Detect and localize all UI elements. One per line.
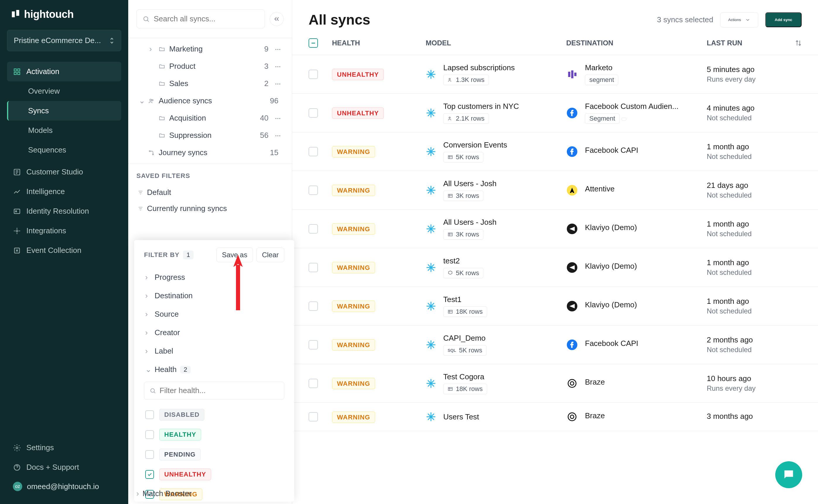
health-search[interactable] (144, 382, 284, 400)
nav-settings[interactable]: Settings (7, 438, 121, 457)
row-checkbox[interactable] (309, 224, 318, 234)
filter-popup: FILTER BY 1 Save as Clear ›Progress›Dest… (134, 240, 294, 502)
more-icon[interactable]: ⋯ (275, 132, 281, 139)
more-icon[interactable]: ⋯ (275, 63, 281, 70)
nav-sequences[interactable]: Sequences (7, 140, 121, 160)
table-row[interactable]: WARNINGTest1 18K rowsKlaviyo (Demo)1 mon… (292, 287, 818, 325)
health-option[interactable]: PENDING (144, 445, 284, 464)
status-badge: WARNING (332, 412, 375, 423)
workspace-selector[interactable]: Pristine eCommerce De... (7, 30, 121, 51)
col-dest[interactable]: DESTINATION (566, 39, 707, 47)
row-checkbox[interactable] (309, 340, 318, 349)
health-option[interactable]: UNHEALTHY (144, 464, 284, 484)
status-badge: WARNING (332, 146, 375, 157)
row-checkbox[interactable] (309, 301, 318, 311)
search-input[interactable] (136, 9, 265, 28)
checkbox[interactable] (145, 430, 154, 439)
filter-group[interactable]: ›Creator (144, 323, 284, 342)
nav-docs[interactable]: Docs + Support (7, 457, 121, 477)
schedule: Not scheduled (707, 191, 802, 199)
nav-customer-studio[interactable]: Customer Studio (7, 162, 121, 182)
grid-icon (13, 68, 21, 76)
chat-fab[interactable] (775, 461, 802, 488)
tree-item[interactable]: Sales2⋯ (136, 75, 284, 92)
save-as-button[interactable]: Save as (216, 248, 253, 262)
row-checkbox[interactable] (309, 186, 318, 195)
user-menu[interactable]: oz omeed@hightouch.io (7, 477, 121, 496)
dest-name: Marketo (585, 63, 618, 72)
checkbox[interactable] (145, 450, 154, 459)
filter-group[interactable]: ›Label (144, 342, 284, 360)
search-field[interactable] (154, 14, 259, 23)
health-option[interactable]: DISABLED (144, 405, 284, 425)
tree-item[interactable]: ›Marketing9⋯ (136, 40, 284, 58)
more-icon[interactable]: ⋯ (275, 115, 281, 122)
table-row[interactable]: WARNINGAll Users - Josh 3K rowsAttentive… (292, 171, 818, 210)
tree-item[interactable]: ⌄Audience syncs96 (136, 92, 284, 109)
row-checkbox[interactable] (309, 263, 318, 272)
svg-rect-4 (14, 72, 16, 75)
last-run: 1 month ago (707, 220, 802, 229)
col-last[interactable]: LAST RUN (707, 39, 802, 47)
nav-identity[interactable]: Identity Resolution (7, 201, 121, 221)
row-checkbox[interactable] (309, 70, 318, 79)
tree-item[interactable]: Acquisition40⋯ (136, 109, 284, 127)
row-checkbox[interactable] (309, 412, 318, 421)
svg-point-11 (16, 447, 18, 449)
nav-models[interactable]: Models (7, 121, 121, 140)
saved-filter-item[interactable]: Currently running syncs (136, 200, 284, 217)
table-row[interactable]: WARNINGUsers TestBraze3 months ago (292, 403, 818, 431)
match-booster-row[interactable]: › Match Booster (128, 485, 292, 502)
filter-group[interactable]: ›Source (144, 305, 284, 323)
table-row[interactable]: WARNINGTest Cogora 18K rowsBraze10 hours… (292, 364, 818, 403)
chevron-down-icon (745, 17, 750, 23)
filter-group[interactable]: ›Destination (144, 287, 284, 305)
col-model[interactable]: MODEL (426, 39, 566, 47)
add-sync-button[interactable]: Add sync (765, 12, 802, 27)
more-icon[interactable]: ⋯ (275, 46, 281, 53)
row-count-tag: 3K rows (443, 229, 483, 240)
health-search-input[interactable] (160, 386, 279, 395)
select-all-checkbox[interactable]: − (309, 38, 318, 48)
nav-overview[interactable]: Overview (7, 81, 121, 101)
collapse-button[interactable] (270, 12, 284, 26)
nav-syncs[interactable]: Syncs (7, 101, 121, 121)
folder-icon (159, 63, 166, 70)
checkbox[interactable] (145, 470, 154, 479)
table-row[interactable]: UNHEALTHYLapsed subscriptions 1.3K rowsM… (292, 55, 818, 94)
row-checkbox[interactable] (309, 147, 318, 156)
chevron-right-icon: › (145, 273, 151, 282)
nav-events[interactable]: Event Collection (7, 241, 121, 260)
col-health[interactable]: HEALTH (332, 39, 426, 47)
tree-item[interactable]: Suppression56⋯ (136, 127, 284, 144)
dest-name: Braze (585, 378, 605, 387)
chart-icon (13, 188, 21, 196)
status-badge: HEALTHY (159, 429, 201, 440)
table-row[interactable]: WARNINGAll Users - Josh 3K rowsKlaviyo (… (292, 210, 818, 248)
checkbox[interactable] (145, 410, 154, 419)
row-checkbox[interactable] (309, 108, 318, 118)
dest-icon (566, 411, 578, 423)
nav-activation[interactable]: Activation (7, 62, 121, 81)
actions-button[interactable]: Actions (720, 12, 758, 28)
status-badge: WARNING (332, 185, 375, 196)
dest-icon (566, 378, 578, 389)
filter-health-group[interactable]: ⌄ Health 2 (144, 360, 284, 379)
clear-button[interactable]: Clear (256, 248, 284, 262)
row-checkbox[interactable] (309, 379, 318, 388)
table-row[interactable]: WARNINGConversion Events 5K rowsFacebook… (292, 132, 818, 171)
tree-item[interactable]: Journey syncs15 (136, 144, 284, 161)
table-row[interactable]: WARNINGtest2 5K rowsKlaviyo (Demo)1 mont… (292, 248, 818, 287)
nav-intelligence[interactable]: Intelligence (7, 182, 121, 201)
health-option[interactable]: HEALTHY (144, 425, 284, 445)
more-icon[interactable]: ⋯ (275, 80, 281, 87)
help-icon (13, 463, 21, 472)
selected-count: 3 syncs selected (657, 15, 713, 24)
nav-integrations[interactable]: Integrations (7, 221, 121, 241)
filter-group[interactable]: ›Progress (144, 268, 284, 287)
logo[interactable]: hightouch (7, 8, 121, 20)
tree-item[interactable]: Product3⋯ (136, 58, 284, 75)
saved-filter-item[interactable]: Default (136, 184, 284, 200)
table-row[interactable]: WARNINGCAPI_DemoSQL 5K rowsFacebook CAPI… (292, 325, 818, 364)
table-row[interactable]: UNHEALTHYTop customers in NYC 2.1K rowsF… (292, 94, 818, 132)
